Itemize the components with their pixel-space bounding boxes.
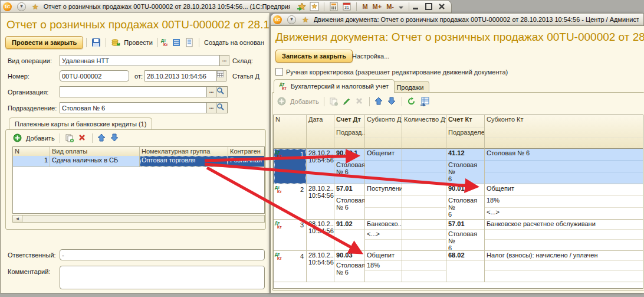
add-icon[interactable] [13, 133, 22, 143]
cell-debit-subconto[interactable]: Общепит 18% [365, 251, 402, 282]
cell-debit-subconto[interactable]: Банковско... <...> [365, 220, 402, 251]
memory-recall-button[interactable]: M [362, 1, 367, 12]
column-header-counterparty[interactable]: Контраген [228, 147, 265, 156]
column-header-nomenclature-group[interactable]: Номеклатурная группа [140, 147, 228, 156]
dtkt-icon[interactable]: ДтКт [161, 38, 170, 47]
add-row-button[interactable]: Добавить [26, 135, 55, 142]
column-header-n[interactable]: N [13, 147, 50, 156]
department-choose-button[interactable]: ... [206, 103, 216, 113]
cell-quantity[interactable] [402, 251, 446, 282]
favorites-star-icon[interactable]: ★ [32, 3, 39, 11]
number-field[interactable]: 00TU-000002 [60, 70, 129, 81]
output-list-icon[interactable] [420, 97, 429, 106]
cell-row-number[interactable]: ДтКт 1 [274, 149, 307, 184]
favorites-list-icon[interactable] [310, 2, 319, 11]
movements-window-titlebar[interactable]: 1С ▼ ★ Движения документа: Отчет о розни… [270, 13, 644, 26]
copy-icon[interactable] [329, 97, 339, 106]
operation-field[interactable]: Удаленная НТТ ... [60, 55, 229, 66]
edit-pencil-icon[interactable] [342, 97, 351, 106]
move-up-icon[interactable] [374, 97, 384, 106]
cell-debit-subconto[interactable]: Поступлени... [365, 184, 402, 220]
department-field[interactable]: Столовая № 6 ... [60, 102, 228, 113]
cell-credit-subconto[interactable]: Налог (взносы): начислено / уплачен [485, 251, 643, 282]
cell-debit-subconto[interactable]: Общепит [365, 149, 402, 184]
organization-field[interactable]: ... [60, 86, 228, 97]
cell-debit-account[interactable]: 91.02 [334, 220, 365, 251]
window-menu-icon[interactable]: ▼ [17, 2, 26, 11]
cell-row-number[interactable]: ДтКт 4 [274, 251, 307, 282]
cell-quantity[interactable] [402, 220, 446, 251]
cell-counterparty[interactable]: Розничная [228, 156, 265, 167]
document-list-icon[interactable] [185, 38, 194, 47]
move-down-icon[interactable] [387, 97, 397, 106]
save-and-close-button[interactable]: Записать и закрыть [275, 50, 353, 63]
cell-date[interactable]: 28.10.2... 10:54:56 [307, 220, 334, 251]
grid-header-debit_account[interactable]: Счет ДтПодразд... [334, 115, 365, 149]
cell-credit-account[interactable]: 68.02 [446, 251, 485, 282]
department-search-icon[interactable] [216, 103, 227, 113]
settings-button[interactable]: Настройка... [352, 53, 389, 60]
operation-choose-button[interactable]: ... [219, 56, 229, 66]
save-icon[interactable] [91, 38, 101, 47]
cell-quantity[interactable] [402, 184, 446, 220]
grid-header-date[interactable]: Дата [307, 115, 334, 149]
cell-row-number[interactable]: ДтКт 3 [274, 220, 307, 251]
calculator-icon[interactable] [329, 2, 339, 11]
cell-credit-account[interactable]: 41.12 Столовая № 6 [446, 149, 485, 184]
cell-date[interactable]: 28.10.2... 10:54:56 [307, 184, 334, 220]
grid-header-credit_account[interactable]: Счет КтПодразделе... [446, 115, 485, 149]
refresh-icon[interactable] [407, 97, 416, 106]
comment-field[interactable] [60, 266, 265, 289]
date-field[interactable]: 28.10.2013 10:54:56 [144, 70, 226, 81]
copy-icon[interactable] [65, 133, 74, 143]
create-based-on-button[interactable]: Создать на основан [204, 39, 264, 46]
responsible-field[interactable]: - [60, 249, 265, 260]
cell-date[interactable]: 28.10.2... 10:54:56 [307, 149, 334, 184]
cell-date[interactable]: 28.10.2... 10:54:56 [307, 251, 334, 282]
maximize-button[interactable] [425, 3, 438, 10]
cell-row-number[interactable]: ДтКт 2 [274, 184, 307, 220]
reports-list-icon[interactable] [172, 38, 181, 47]
cell-credit-account[interactable]: 90.01.1 Столовая № 6 [446, 184, 485, 220]
cell-credit-subconto[interactable]: Банковское расчетное обслуживани [485, 220, 643, 251]
organization-search-icon[interactable] [216, 87, 227, 97]
minimize-button[interactable] [412, 3, 425, 10]
memory-subtract-button[interactable]: M- [386, 1, 394, 12]
add-row-button[interactable]: Добавить [290, 98, 319, 105]
cell-debit-account[interactable]: 90.03 Столовая № 6 [334, 251, 365, 282]
cell-row-number[interactable]: 1 [13, 156, 50, 167]
column-header-payment-type[interactable]: Вид оплаты [50, 147, 140, 156]
cell-nomenclature-group-selected[interactable]: Оптовая торговля [140, 156, 228, 167]
window-menu-icon[interactable]: ▼ [287, 15, 296, 24]
move-up-icon[interactable] [97, 133, 107, 143]
scroll-left-icon[interactable]: ◄ [13, 216, 22, 222]
delete-icon[interactable] [355, 97, 364, 106]
memory-add-button[interactable]: M+ [373, 1, 382, 12]
cell-payment-type[interactable]: Сдача наличных в СБ [50, 156, 140, 167]
cell-credit-subconto[interactable]: Общепит 18% <...> [485, 184, 643, 220]
organization-choose-button[interactable]: ... [206, 87, 216, 97]
move-down-icon[interactable] [110, 133, 120, 143]
cell-debit-account[interactable]: 90.02.1 Столовая № 6 [334, 149, 365, 184]
tab-payment-cards[interactable]: Платежные карты и банковские кредиты (1) [9, 118, 152, 130]
post-icon[interactable] [111, 38, 120, 47]
grid-header-quantity[interactable]: Количество Дт [402, 115, 446, 149]
cell-debit-account[interactable]: 57.01 Столовая № 6 [334, 184, 365, 220]
delete-icon[interactable] [78, 133, 87, 143]
close-button[interactable] [438, 3, 451, 10]
calendar-icon[interactable]: 31 [342, 2, 351, 11]
titlebar-more-icon[interactable] [398, 2, 404, 11]
cell-credit-subconto[interactable]: Столовая № 6 [485, 149, 643, 184]
favorites-star-icon[interactable]: ★ [302, 16, 309, 24]
main-window-titlebar[interactable]: 1С ▼ ★ Отчет о розничных продажах 00TU-0… [0, 0, 452, 13]
grid-header-debit_subconto[interactable]: Субконто Дт [365, 115, 402, 149]
manual-adjustment-checkbox[interactable] [275, 68, 283, 76]
grid-header-credit_subconto[interactable]: Субконто Кт [485, 115, 643, 149]
cell-quantity[interactable] [402, 149, 446, 184]
grid-header-n[interactable]: N [274, 115, 307, 149]
add-favorite-icon[interactable] [297, 2, 306, 11]
post-button[interactable]: Провести [124, 39, 153, 46]
post-and-close-button[interactable]: Провести и закрыть [5, 36, 83, 49]
calendar-picker-icon[interactable] [216, 71, 226, 81]
cell-credit-account[interactable]: 57.01 Столовая № 6 [446, 220, 485, 251]
